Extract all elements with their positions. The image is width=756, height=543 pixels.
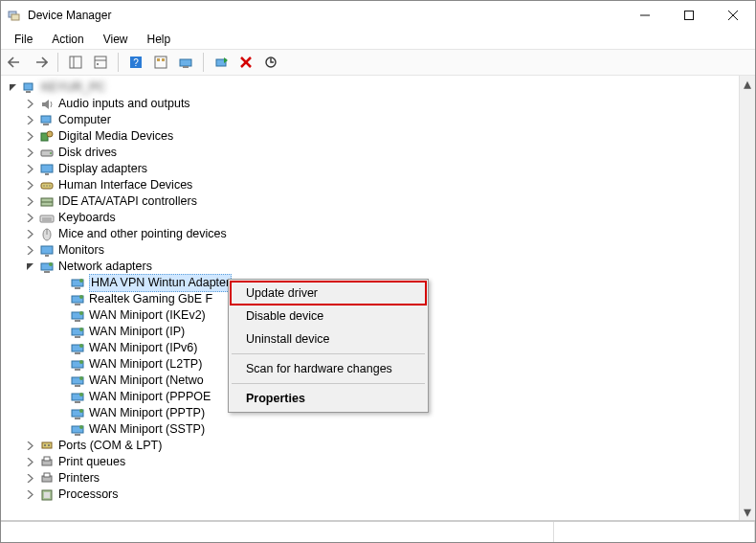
network-icon [70,406,85,421]
tree-item-label: Processors [58,486,119,503]
close-button[interactable] [711,1,755,30]
tree-category[interactable]: Disk drives [7,145,739,161]
collapse-icon[interactable] [7,82,18,94]
print-icon [39,471,55,486]
svg-rect-14 [157,58,160,61]
properties-button[interactable] [90,52,111,73]
forward-button[interactable] [30,52,51,73]
expand-icon[interactable] [24,164,35,175]
tree-category[interactable]: Digital Media Devices [7,128,739,145]
menu-action[interactable]: Action [42,31,93,48]
tree-category[interactable]: IDE ATA/ATAPI controllers [7,193,739,210]
tree-category[interactable]: Print queues [7,454,739,470]
audio-icon [39,97,55,112]
network-icon [70,325,85,340]
device-manager-window: Device Manager File Action View Help ? K… [0,0,756,543]
network-icon [70,308,85,324]
svg-rect-82 [44,457,50,461]
uninstall-button[interactable] [235,52,256,73]
svg-rect-67 [75,385,80,387]
collapse-icon[interactable] [24,261,35,273]
tree-category[interactable]: Printers [7,470,739,486]
expand-icon[interactable] [24,473,35,485]
svg-rect-15 [162,58,165,61]
tree-category[interactable]: Mice and other pointing devices [7,226,739,242]
tree-root[interactable]: KEYUR_PC [7,79,739,96]
help-button[interactable]: ? [125,52,146,73]
svg-rect-1 [11,14,19,20]
ctx-scan-hardware[interactable]: Scan for hardware changes [231,357,426,380]
tree-device[interactable]: WAN Miniport (SSTP) [7,421,739,438]
tree-category[interactable]: Keyboards [7,210,739,226]
svg-rect-23 [26,91,31,93]
tree-category[interactable]: Computer [7,112,739,128]
svg-rect-17 [183,66,189,68]
svg-rect-13 [155,57,167,68]
tree-category[interactable]: Audio inputs and outputs [7,96,739,112]
tree-category[interactable]: Human Interface Devices [7,177,739,193]
expand-icon[interactable] [24,115,35,126]
maximize-button[interactable] [667,1,711,30]
ctx-disable-device[interactable]: Disable device [231,305,426,328]
expand-icon[interactable] [24,489,35,501]
tree-item-label: Realtek Gaming GbE F [89,291,212,307]
tree-category[interactable]: Ports (COM & LPT) [7,438,739,454]
expand-icon[interactable] [24,147,35,159]
menu-help[interactable]: Help [138,31,181,48]
svg-rect-3 [685,11,694,20]
window-controls [623,1,755,30]
tree-category[interactable]: Processors [7,486,739,503]
svg-point-27 [47,131,53,137]
twisty-spacer [55,343,66,354]
expand-icon[interactable] [24,229,35,240]
view-by-type-button[interactable] [150,52,171,73]
tree-item-label: WAN Miniport (PPPOE [89,389,211,405]
ctx-properties[interactable]: Properties [231,387,426,410]
expand-icon[interactable] [24,131,35,143]
computer-icon [39,113,55,128]
tree-item-label: Digital Media Devices [58,128,173,145]
twisty-spacer [55,359,66,371]
ctx-separator [232,383,425,384]
svg-point-77 [79,425,83,429]
svg-rect-6 [70,57,81,68]
expand-icon[interactable] [24,441,35,452]
tree-item-label: Keyboards [58,210,116,226]
hid-icon [39,178,55,193]
svg-rect-76 [75,434,80,436]
menu-view[interactable]: View [94,31,138,48]
view-by-connection-button[interactable] [175,52,196,73]
scrollbar[interactable]: ▴ ▾ [739,76,755,520]
back-button[interactable] [5,52,26,73]
scan-hardware-button[interactable] [260,52,281,73]
body-area: KEYUR_PCAudio inputs and outputsComputer… [1,76,755,521]
expand-icon[interactable] [24,457,35,468]
svg-point-79 [44,444,46,446]
minimize-button[interactable] [623,1,667,30]
tree-category[interactable]: Network adapters [7,259,739,275]
show-hide-tree-button[interactable] [65,52,86,73]
update-driver-button[interactable] [211,52,232,73]
tree-category[interactable]: Monitors [7,242,739,259]
svg-rect-16 [180,59,191,66]
tree-item-label: Disk drives [58,145,117,161]
ctx-update-driver[interactable]: Update driver [231,282,426,305]
scroll-down-button[interactable]: ▾ [740,504,755,520]
toolbar: ? [1,49,755,76]
expand-icon[interactable] [24,245,35,257]
twisty-spacer [55,294,66,305]
ctx-uninstall-device[interactable]: Uninstall device [231,328,426,351]
network-icon [70,373,85,389]
twisty-spacer [55,424,66,436]
tree-item-label: Ports (COM & LPT) [58,438,162,454]
expand-icon[interactable] [24,196,35,208]
menu-file[interactable]: File [5,31,42,48]
expand-icon[interactable] [24,99,35,110]
scroll-up-button[interactable]: ▴ [740,76,755,92]
expand-icon[interactable] [24,213,35,224]
expand-icon[interactable] [24,180,35,192]
tree-category[interactable]: Display adapters [7,161,739,177]
svg-text:?: ? [133,57,139,68]
twisty-spacer [55,327,66,338]
tree-item-label: Human Interface Devices [58,177,192,193]
